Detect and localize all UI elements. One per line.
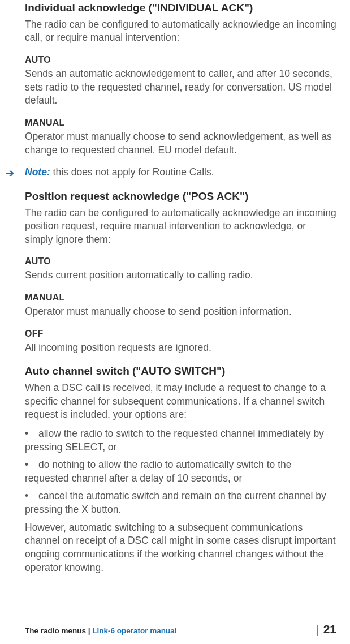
footer-page-prefix: | bbox=[316, 622, 322, 636]
bullet-item: •do nothing to allow the radio to automa… bbox=[25, 458, 336, 485]
bullet-text: do nothing to allow the radio to automat… bbox=[25, 459, 291, 484]
text-pos-manual: Operator must manually choose to send po… bbox=[25, 305, 336, 319]
page-content: Individual acknowledge ("INDIVIDUAL ACK"… bbox=[25, 0, 336, 574]
bullet-text: allow the radio to switch to the request… bbox=[25, 428, 324, 453]
bullet-dot-icon: • bbox=[25, 427, 38, 441]
heading-pos-ack: Position request acknowledge ("POS ACK") bbox=[25, 190, 336, 203]
note-body: this does not apply for Routine Calls. bbox=[50, 166, 214, 178]
bullet-item: •cancel the automatic switch and remain … bbox=[25, 490, 336, 516]
footer-chapter: The radio menus | bbox=[25, 626, 92, 635]
heading-auto-switch: Auto channel switch ("AUTO SWITCH") bbox=[25, 364, 336, 378]
bullet-dot-icon: • bbox=[25, 490, 38, 503]
note-text: Note: this does not apply for Routine Ca… bbox=[25, 166, 336, 179]
bullet-dot-icon: • bbox=[25, 458, 38, 472]
subheading-pos-off: OFF bbox=[25, 329, 336, 339]
bullet-text: cancel the automatic switch and remain o… bbox=[25, 490, 326, 515]
note-row: ➔ Note: this does not apply for Routine … bbox=[25, 166, 336, 179]
text-pos-off: All incoming position requests are ignor… bbox=[25, 341, 336, 355]
intro-pos-ack: The radio can be configured to automatic… bbox=[25, 207, 336, 247]
subheading-pos-manual: MANUAL bbox=[25, 293, 336, 303]
intro-auto-switch: When a DSC call is received, it may incl… bbox=[25, 381, 336, 422]
text-individual-auto: Sends an automatic acknowledgement to ca… bbox=[25, 67, 336, 108]
footer-left: The radio menus | Link-6 operator manual bbox=[25, 626, 177, 635]
text-individual-manual: Operator must manually choose to send ac… bbox=[25, 130, 336, 157]
bullet-item: •allow the radio to switch to the reques… bbox=[25, 427, 336, 454]
subheading-manual: MANUAL bbox=[25, 118, 336, 128]
heading-individual-ack: Individual acknowledge ("INDIVIDUAL ACK"… bbox=[25, 1, 336, 15]
intro-individual-ack: The radio can be configured to automatic… bbox=[25, 18, 336, 45]
subheading-pos-auto: AUTO bbox=[25, 256, 336, 267]
subheading-auto: AUTO bbox=[25, 55, 336, 65]
footer-manual-name: Link-6 operator manual bbox=[92, 626, 176, 635]
manual-page: Individual acknowledge ("INDIVIDUAL ACK"… bbox=[0, 0, 350, 644]
arrow-icon: ➔ bbox=[6, 167, 14, 179]
page-footer: The radio menus | Link-6 operator manual… bbox=[25, 622, 336, 636]
outro-auto-switch: However, automatic switching to a subseq… bbox=[25, 521, 336, 575]
footer-page-number: 21 bbox=[323, 622, 336, 636]
footer-right: | 21 bbox=[316, 622, 336, 636]
note-label: Note: bbox=[25, 166, 50, 178]
text-pos-auto: Sends current position automatically to … bbox=[25, 269, 336, 282]
